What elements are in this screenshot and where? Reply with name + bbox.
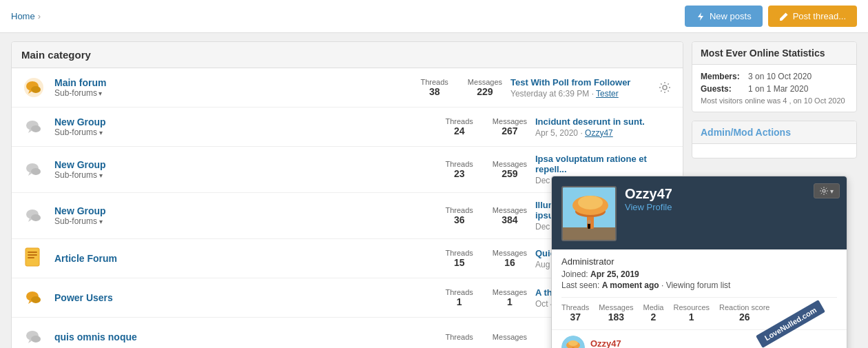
- svg-rect-31: [588, 223, 590, 229]
- threads-label: Threads: [446, 333, 473, 341]
- svg-point-33: [823, 190, 825, 192]
- svg-rect-17: [28, 254, 37, 256]
- forum-name-link[interactable]: Article Forum: [54, 253, 117, 264]
- forum-info: quis omnis noque: [54, 331, 437, 342]
- popup-stat-label: Media: [643, 303, 664, 311]
- svg-point-23: [31, 336, 41, 342]
- popup-gear-button[interactable]: ▾: [814, 183, 840, 198]
- forum-info: Power Users: [54, 292, 437, 303]
- latest-post-link[interactable]: Incidunt deserunt in sunt.: [535, 116, 645, 127]
- svg-rect-18: [28, 257, 34, 258]
- latest-user-link[interactable]: Ozzy47: [585, 128, 613, 138]
- popup-last-seen: Last seen: A moment ago · Viewing forum …: [561, 280, 837, 290]
- popup-username: Ozzy47: [625, 186, 837, 202]
- guests-value: 1 on 1 Mar 2020: [748, 84, 808, 94]
- forum-name-link[interactable]: quis omnis noque: [54, 331, 137, 342]
- popup-stat-value: 1: [673, 311, 710, 323]
- forum-name-link[interactable]: New Group: [54, 205, 106, 216]
- forum-subforums: Sub-forums ▾: [54, 170, 437, 180]
- svg-point-30: [578, 196, 603, 209]
- breadcrumb-chevron: ›: [38, 11, 41, 21]
- threads-label: Threads: [446, 249, 473, 257]
- admin-mod-card: Admin/Mod Actions: [692, 121, 857, 158]
- document-icon: [24, 247, 43, 269]
- forum-name-link[interactable]: New Group: [54, 116, 106, 127]
- popup-view-profile-link[interactable]: View Profile: [625, 202, 672, 212]
- forum-icon: [21, 75, 46, 100]
- messages-stat: Messages 1: [493, 288, 527, 307]
- forum-stats: Threads 36 Messages 384: [446, 206, 528, 225]
- threads-stat: Threads 15: [446, 249, 473, 268]
- online-stats-card: Most Ever Online Statistics Members: 3 o…: [692, 41, 857, 112]
- threads-value: 15: [446, 257, 473, 268]
- forum-name-link[interactable]: Power Users: [54, 292, 113, 303]
- breadcrumb-home[interactable]: Home: [11, 11, 35, 21]
- messages-stat: Messages: [493, 333, 527, 341]
- threads-label: Threads: [446, 288, 473, 296]
- popup-stat-reaction: Reaction score 26: [719, 303, 769, 323]
- popup-stat-messages: Messages 183: [599, 303, 633, 323]
- online-stats-body: Members: 3 on 10 Oct 2020 Guests: 1 on 1…: [692, 65, 856, 112]
- forum-bubble-gray-icon: [23, 326, 45, 348]
- popup-stat-label: Reaction score: [719, 303, 769, 311]
- forum-name-link[interactable]: Main forum: [54, 77, 106, 88]
- category-title: Main category: [21, 49, 673, 61]
- forum-stats: Threads 24 Messages 267: [446, 117, 528, 136]
- latest-post: Incidunt deserunt in sunt. Apr 5, 2020 ·…: [535, 116, 673, 138]
- top-bar: Home › New posts Post thread...: [0, 0, 868, 33]
- forum-icon: [21, 203, 46, 228]
- forum-stats: Threads Messages: [446, 333, 528, 341]
- latest-post-link[interactable]: Ipsa voluptatum ratione et repell...: [535, 154, 647, 174]
- svg-point-3: [31, 86, 41, 93]
- popup-stat-threads: Threads 37: [561, 303, 589, 323]
- popup-footer-avatar: [561, 336, 585, 348]
- members-stat-row: Members: 3 on 10 Oct 2020: [701, 72, 848, 81]
- messages-label: Messages: [493, 160, 527, 168]
- gear-dropdown-icon: ▾: [830, 187, 834, 195]
- forum-row: Main forum Sub-forums ▾ Threads 38 Messa…: [12, 68, 683, 108]
- svg-point-20: [31, 296, 41, 303]
- svg-point-5: [663, 85, 667, 90]
- threads-label: Threads: [446, 206, 473, 214]
- new-posts-button[interactable]: New posts: [685, 6, 763, 27]
- svg-point-10: [31, 168, 41, 175]
- svg-point-7: [31, 125, 41, 132]
- threads-label: Threads: [421, 78, 448, 86]
- post-thread-button[interactable]: Post thread...: [768, 6, 857, 27]
- latest-user-link[interactable]: Tester: [596, 89, 619, 99]
- members-label: Members:: [701, 72, 745, 81]
- threads-stat: Threads 38: [421, 78, 448, 97]
- popup-role: Administrator: [561, 256, 837, 267]
- popup-stat-label: Messages: [599, 303, 633, 311]
- messages-stat: Messages 259: [493, 160, 527, 179]
- joined-label: Joined:: [561, 269, 588, 279]
- svg-point-37: [568, 340, 578, 346]
- forum-info: New Group Sub-forums ▾: [54, 205, 437, 226]
- admin-mod-header: Admin/Mod Actions: [692, 121, 856, 144]
- messages-value: 1: [493, 296, 527, 307]
- most-online-note: Most visitors online was 4 , on 10 Oct 2…: [701, 96, 848, 105]
- messages-value: 267: [493, 125, 527, 136]
- forum-name-link[interactable]: New Group: [54, 159, 106, 170]
- manage-icon[interactable]: [657, 79, 673, 96]
- popup-footer-info: Ozzy47 Administrator: [590, 338, 635, 349]
- popup-footer-name-link[interactable]: Ozzy47: [590, 338, 621, 349]
- latest-post: Test With Poll from Follower Yesterday a…: [510, 77, 648, 99]
- messages-label: Messages: [493, 249, 527, 257]
- lightning-icon: [696, 12, 705, 21]
- forum-icon: [21, 325, 46, 348]
- popup-stat-value: 37: [561, 311, 589, 323]
- messages-label: Messages: [493, 206, 527, 214]
- forum-bubble-gray-icon: [23, 158, 45, 181]
- forum-stats: Threads 38 Messages 229: [421, 78, 503, 97]
- latest-post-meta: Apr 5, 2020 · Ozzy47: [535, 128, 673, 138]
- popup-footer: Ozzy47 Administrator: [552, 329, 847, 348]
- threads-value: 1: [446, 296, 473, 307]
- latest-post-link[interactable]: Test With Poll from Follower: [510, 77, 630, 88]
- forum-stats: Threads 23 Messages 259: [446, 160, 528, 179]
- forum-stats: Threads 1 Messages 1: [446, 288, 528, 307]
- settings-icon: [659, 81, 671, 94]
- forum-icon: [21, 157, 46, 182]
- last-seen-label: Last seen:: [561, 280, 599, 290]
- popup-top: Ozzy47 View Profile ▾: [552, 176, 847, 249]
